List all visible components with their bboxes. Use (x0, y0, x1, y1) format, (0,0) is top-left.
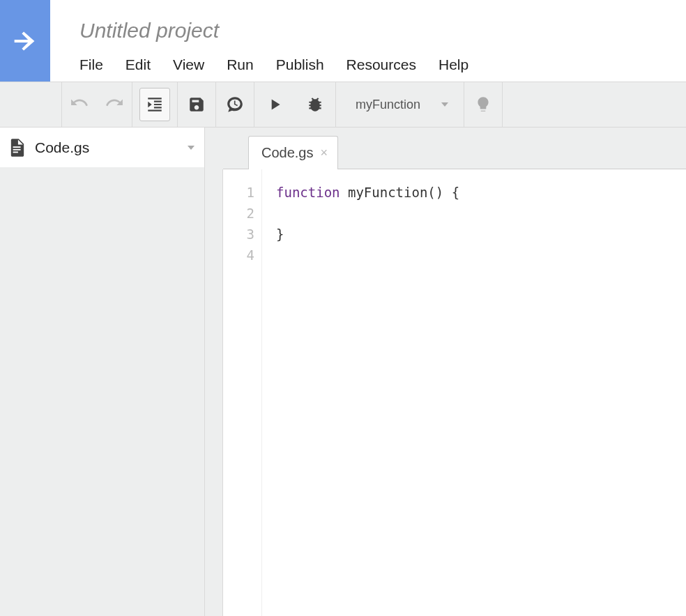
body-area: Code.gs Code.gs × 1 2 3 4 function myFun… (0, 128, 686, 616)
menu-view[interactable]: View (173, 56, 204, 73)
menu-publish[interactable]: Publish (276, 56, 324, 73)
lightbulb-button[interactable] (464, 82, 503, 127)
menu-bar: File Edit View Run Publish Resources Hel… (79, 56, 686, 73)
tab-bar: Code.gs × (205, 136, 686, 169)
editor-left-gutter (205, 169, 223, 616)
save-icon (188, 95, 206, 114)
arrow-right-icon (9, 25, 41, 57)
play-icon (266, 95, 284, 114)
sidebar-file-item[interactable]: Code.gs (0, 128, 204, 168)
clock-chat-icon (226, 95, 244, 114)
header: Untitled project File Edit View Run Publ… (0, 0, 686, 82)
lightbulb-icon (474, 95, 492, 114)
close-icon[interactable]: × (321, 146, 328, 160)
redo-icon (105, 95, 123, 114)
redo-button[interactable] (97, 88, 132, 121)
file-icon (10, 139, 25, 157)
svg-rect-0 (13, 146, 21, 148)
editor-tab-label: Code.gs (261, 145, 314, 161)
menu-edit[interactable]: Edit (125, 56, 151, 73)
indent-icon (146, 95, 164, 114)
code-text[interactable]: function myFunction() { } (262, 169, 686, 616)
chevron-down-icon (188, 146, 195, 150)
svg-rect-1 (13, 148, 21, 150)
menu-file[interactable]: File (79, 56, 103, 73)
save-button[interactable] (178, 82, 216, 127)
toolbar: myFunction (0, 82, 686, 128)
sidebar-file-label: Code.gs (35, 139, 89, 156)
editor-tab[interactable]: Code.gs × (248, 136, 338, 169)
menu-resources[interactable]: Resources (346, 56, 416, 73)
function-select-label: myFunction (356, 98, 420, 112)
code-area[interactable]: 1 2 3 4 function myFunction() { } (223, 169, 686, 616)
sidebar: Code.gs (0, 128, 205, 616)
chevron-down-icon (441, 102, 448, 107)
undo-redo-group (61, 82, 132, 127)
undo-icon (70, 95, 89, 114)
bug-icon (306, 95, 324, 114)
menu-run[interactable]: Run (227, 56, 254, 73)
svg-rect-2 (13, 151, 18, 153)
indent-button[interactable] (132, 82, 178, 127)
run-button[interactable] (254, 88, 295, 121)
line-numbers: 1 2 3 4 (223, 169, 262, 616)
function-select[interactable]: myFunction (336, 82, 464, 127)
debug-button[interactable] (295, 88, 335, 121)
title-area: Untitled project File Edit View Run Publ… (50, 0, 686, 82)
project-title[interactable]: Untitled project (79, 19, 686, 43)
undo-button[interactable] (62, 88, 97, 121)
triggers-button[interactable] (216, 82, 254, 127)
menu-help[interactable]: Help (439, 56, 468, 73)
run-debug-group (254, 82, 336, 127)
back-arrow-button[interactable] (0, 0, 50, 82)
editor-area: Code.gs × 1 2 3 4 function myFunction() … (205, 128, 686, 616)
